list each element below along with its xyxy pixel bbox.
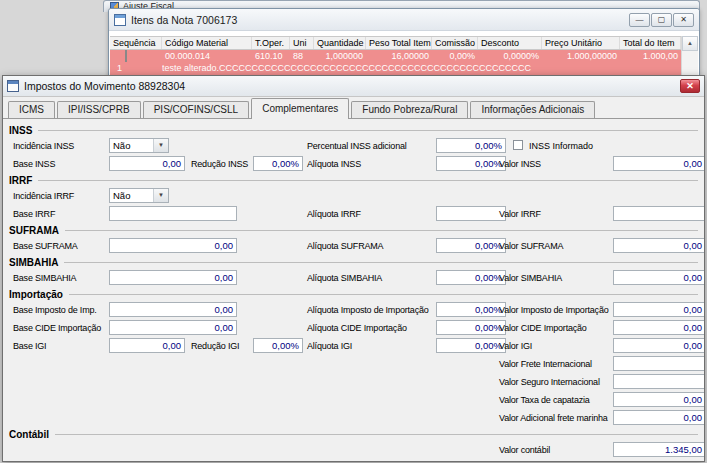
tab-complementares[interactable]: Complementares [251,98,349,119]
scroll-up-button[interactable]: ▲ [682,36,698,51]
cell-total-do-item: 1.000,00 [620,50,681,63]
base-inss-field[interactable]: 0,00 [109,156,185,171]
tab-fundo-pobreza-rural[interactable]: Fundo Pobreza/Rural [351,101,468,118]
section-title-importacao: Importação [9,289,63,300]
valor-cide-importacao-field[interactable]: 0,00 [613,320,704,335]
row-select-checkbox[interactable] [125,50,127,62]
tab-ipi-iss-cprb[interactable]: IPI/ISS/CPRB [57,101,141,118]
incidencia-irrf-value: Não [110,189,153,202]
valor-simbahia-field[interactable]: 0,00 [613,270,704,285]
valor-frete-internacional-field[interactable] [613,356,704,371]
valor-taxa-capatazia-field[interactable]: 0,00 [613,392,704,407]
percentual-inss-adicional-field[interactable]: 0,00% [436,138,506,153]
reducao-inss-field[interactable]: 0,00% [253,156,303,171]
base-irrf-field[interactable] [109,206,237,221]
tab-icms[interactable]: ICMS [8,101,55,118]
aliquota-inss-field[interactable]: 0,00% [436,156,506,171]
column-header-toper[interactable]: T.Oper. [252,37,290,49]
base-igi-field[interactable]: 0,00 [109,338,185,353]
inss-informado-label: INSS Informado [529,141,593,151]
aliquota-imposto-importacao-field[interactable]: 0,00% [436,302,506,317]
valor-seguro-internacional-label: Valor Seguro Internacional [499,377,600,387]
valor-seguro-internacional-field[interactable] [613,374,704,389]
column-header-quantidade[interactable]: Quantidade [314,37,366,49]
valor-imposto-importacao-label: Valor Imposto de Importação [499,305,609,315]
valor-frete-internacional-label: Valor Frete Internacional [499,359,592,369]
column-header-preco-unitario[interactable]: Preço Unitário [542,37,620,49]
aliquota-cide-importacao-field[interactable]: 0,00% [436,320,506,335]
valor-suframa-field[interactable]: 0,00 [613,238,704,253]
impostos-dialog: Impostos do Movimento 88928304 ✕ ICMS IP… [2,75,705,462]
section-title-contabil: Contábil [9,429,49,440]
close-icon: ✕ [680,15,687,24]
cell-preco-unitario: 1.000,00000 [542,50,620,63]
aliquota-simbahia-field[interactable]: 0,00% [436,270,506,285]
aliquota-simbahia-label: Alíquota SIMBAHIA [307,273,382,283]
aliquota-inss-label: Alíquota INSS [307,159,361,169]
tab-informacoes-adicionais[interactable]: Informações Adicionais [470,101,595,118]
valor-contabil-field[interactable]: 1.345,00 [613,442,704,457]
aliquota-suframa-label: Alíquota SUFRAMA [307,241,383,251]
incidencia-inss-select[interactable]: Não ▼ [109,138,169,153]
base-irrf-label: Base IRRF [13,209,55,219]
base-suframa-field[interactable]: 0,00 [109,238,237,253]
aliquota-suframa-field[interactable]: 0,00% [436,238,506,253]
percentual-inss-adicional-label: Percentual INSS adicional [307,141,407,151]
aliquota-igi-field[interactable]: 0,00% [436,338,506,353]
cell-peso-total-item: 16,00000 [366,50,432,63]
column-header-desconto[interactable]: Desconto [478,37,542,49]
dialog-icon [7,80,19,92]
base-simbahia-label: Base SIMBAHIA [13,273,76,283]
minimize-button[interactable]: — [629,13,650,27]
base-imposto-imp-field[interactable]: 0,00 [109,302,237,317]
reducao-igi-field[interactable]: 0,00% [253,338,303,353]
row-number: 1 [110,63,162,75]
cell-quantidade: 1,000000 [314,50,366,63]
base-cide-importacao-label: Base CIDE Importação [13,323,101,333]
valor-inss-field[interactable]: 0,00 [613,156,704,171]
inss-informado-checkbox[interactable] [513,140,523,150]
maximize-button[interactable]: ▢ [651,13,672,27]
aliquota-igi-label: Alíquota IGI [307,341,352,351]
column-header-total-do-item[interactable]: Total do Item [620,37,681,49]
section-title-inss: INSS [9,125,32,136]
dialog-titlebar[interactable]: Impostos do Movimento 88928304 ✕ [3,76,704,97]
section-divider [38,180,698,181]
base-simbahia-field[interactable]: 0,00 [109,270,237,285]
base-cide-importacao-field[interactable]: 0,00 [109,320,237,335]
base-imposto-imp-label: Base Imposto de Imp. [13,305,97,315]
aliquota-cide-importacao-label: Alíquota CIDE Importação [307,323,407,333]
section-divider [69,294,698,295]
valor-adicional-frete-marinha-label: Valor Adicional frete marinha [499,413,608,423]
aliquota-irrf-label: Alíquota IRRF [307,209,361,219]
valor-adicional-frete-marinha-field[interactable]: 0,00 [613,410,704,425]
column-header-uni[interactable]: Uni [290,37,314,49]
incidencia-inss-value: Não [110,139,153,152]
cell-comissao: 0,00% [432,50,478,63]
table-row[interactable]: 00.000.014 610.10 88 1,000000 16,00000 0… [110,50,681,75]
row-description: teste alterado.CCCCCCCCCCCCCCCCCCCCCCCCC… [162,63,681,75]
section-title-simbahia: SIMBAHIA [9,257,58,268]
items-window-titlebar[interactable]: Itens da Nota 7006173 — ▢ ✕ [109,9,699,31]
column-header-sequencia[interactable]: Sequência [110,37,162,49]
valor-taxa-capatazia-label: Valor Taxa de capatazia [499,395,590,405]
scroll-up-icon: ▲ [687,40,693,46]
base-inss-label: Base INSS [13,159,55,169]
column-header-codigo-material[interactable]: Código Material [162,37,252,49]
valor-irrf-field[interactable] [613,206,704,221]
tab-pis-cofins-csll[interactable]: PIS/COFINS/CSLL [143,101,249,118]
column-header-peso-total-item[interactable]: Peso Total Item [366,37,432,49]
section-title-irrf: IRRF [9,175,32,186]
dialog-close-button[interactable]: ✕ [680,79,700,93]
items-grid-header: Sequência Código Material T.Oper. Uni Qu… [110,36,681,50]
close-icon: ✕ [686,81,694,91]
valor-igi-field[interactable]: 0,00 [613,338,704,353]
aliquota-irrf-field[interactable] [436,206,506,221]
column-header-comissao[interactable]: Comissão [432,37,478,49]
valor-imposto-importacao-field[interactable]: 0,00 [613,302,704,317]
incidencia-irrf-select[interactable]: Não ▼ [109,188,169,203]
cell-uni: 88 [290,50,314,63]
tab-strip: ICMS IPI/ISS/CPRB PIS/COFINS/CSLL Comple… [3,97,704,119]
close-button[interactable]: ✕ [673,13,694,27]
section-divider [55,434,698,435]
